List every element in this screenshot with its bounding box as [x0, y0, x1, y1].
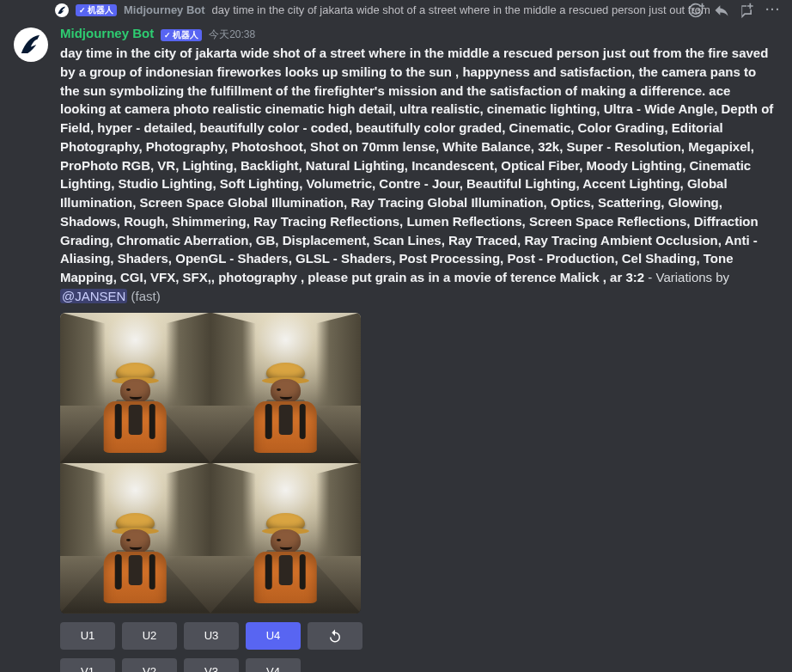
create-thread-icon[interactable] [739, 2, 756, 19]
v2-button[interactable]: V2 [122, 658, 177, 673]
u2-button[interactable]: U2 [122, 622, 177, 650]
image-variation-1[interactable] [60, 313, 210, 463]
message-header: Midjourney Bot ✓机器人 今天20:38 [60, 24, 778, 42]
image-grid[interactable] [60, 313, 361, 614]
bot-tag: ✓机器人 [76, 4, 117, 16]
v4-button[interactable]: V4 [246, 658, 301, 673]
prompt-text: day time in the city of jakarta wide sho… [60, 46, 773, 284]
message-content: day time in the city of jakarta wide sho… [60, 44, 778, 306]
u3-button[interactable]: U3 [184, 622, 239, 650]
image-variation-3[interactable] [60, 463, 210, 614]
add-reaction-icon[interactable] [687, 2, 704, 19]
variations-by-label: - Variations by [644, 270, 729, 284]
v3-button[interactable]: V3 [184, 658, 239, 673]
v1-button[interactable]: V1 [60, 658, 115, 673]
redo-icon [327, 628, 343, 644]
u4-button[interactable]: U4 [246, 622, 301, 650]
reply-snippet: day time in the city of jakarta wide sho… [212, 3, 710, 18]
timestamp: 今天20:38 [209, 27, 255, 42]
reply-author-name[interactable]: Midjourney Bot [124, 3, 205, 18]
more-icon[interactable]: ··· [765, 2, 782, 19]
redo-button[interactable] [308, 622, 362, 650]
mode-label: (fast) [127, 289, 160, 303]
author-name[interactable]: Midjourney Bot [60, 24, 154, 42]
upscale-button-row: U1 U2 U3 U4 [60, 622, 778, 650]
reply-icon[interactable] [713, 2, 730, 19]
bot-tag: ✓机器人 [161, 29, 202, 41]
message-hover-actions: ··· [687, 2, 782, 19]
image-variation-4[interactable] [210, 463, 361, 614]
replied-message-preview[interactable]: ✓机器人 Midjourney Bot day time in the city… [0, 0, 792, 21]
reply-avatar [55, 3, 69, 17]
user-mention[interactable]: @JANSEN [60, 289, 127, 303]
u1-button[interactable]: U1 [60, 622, 115, 650]
image-variation-2[interactable] [210, 313, 361, 463]
variation-button-row: V1 V2 V3 V4 [60, 658, 778, 673]
message: Midjourney Bot ✓机器人 今天20:38 day time in … [0, 21, 792, 672]
avatar[interactable] [14, 27, 48, 62]
